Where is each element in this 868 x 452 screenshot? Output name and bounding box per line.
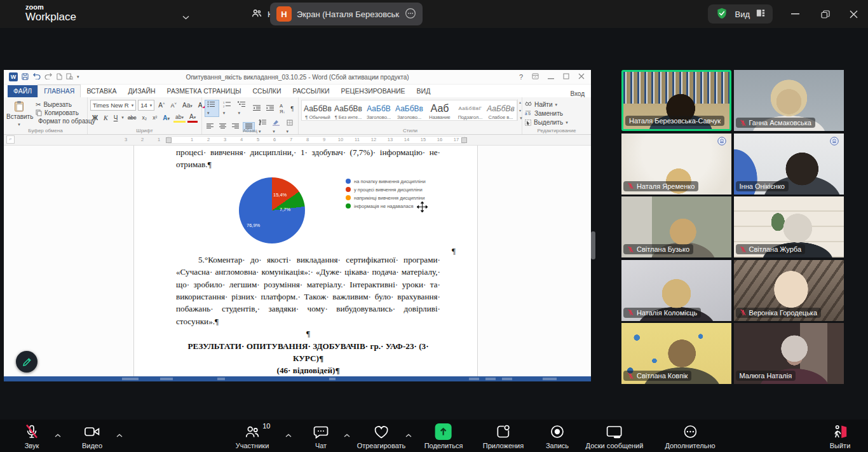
toolbar-record-button[interactable]: Запись (546, 423, 569, 449)
help-icon[interactable]: ? (519, 73, 523, 81)
toolbar-leave-button[interactable]: Выйти (830, 423, 851, 449)
participant-tile[interactable]: Малюга Наталія (734, 323, 844, 384)
participant-tile[interactable]: Світлана Ковпік (621, 323, 731, 384)
chevron-up-icon[interactable] (116, 428, 123, 440)
replace-button[interactable]: abЗаменить (525, 110, 588, 117)
chevron-down-icon[interactable] (182, 11, 189, 22)
style-item[interactable]: АаБбВЗаголово... (364, 102, 393, 120)
tab-selector-box[interactable]: ⌐ (6, 135, 15, 144)
undo-icon[interactable] (32, 73, 41, 81)
ribbon-options-icon[interactable] (532, 73, 539, 81)
participant-tile[interactable]: Світлана Бузько (621, 196, 731, 257)
numbering-button[interactable]: 12▾ (221, 100, 234, 116)
word-menu-tab-3[interactable]: ДИЗАЙН (122, 85, 161, 97)
strikethrough-button[interactable]: abc (126, 114, 139, 121)
show-marks-button[interactable]: ¶ (288, 104, 295, 113)
bold-button[interactable]: Ж (90, 114, 100, 122)
toolbar-react-button[interactable]: Отреагировать (357, 423, 406, 449)
font-size-select[interactable]: 14▾ (138, 100, 154, 111)
underline-button[interactable]: Ч (112, 114, 120, 122)
decrease-indent-button[interactable] (251, 104, 262, 113)
copy-button[interactable]: Копировать (36, 109, 85, 116)
word-title-bar: W ▾ Опитування_якість викладання_03.10.2… (4, 70, 591, 85)
increase-indent-button[interactable] (264, 104, 276, 113)
new-document-icon[interactable] (57, 73, 62, 81)
toolbar-chat-button[interactable]: Чат (313, 423, 329, 449)
annotate-button[interactable] (16, 351, 37, 373)
toolbar-share-button[interactable]: Поделиться (424, 423, 463, 449)
chevron-up-icon[interactable] (55, 428, 61, 440)
word-menu-tab-7[interactable]: РЕЦЕНЗИРОВАНИЕ (336, 85, 411, 97)
sort-button[interactable]: АЯ↓ (278, 102, 287, 115)
superscript-button[interactable]: x² (151, 114, 159, 121)
participant-tile[interactable]: Вероніка Городецька (734, 260, 844, 321)
minimize-button[interactable] (785, 5, 804, 23)
chevron-up-icon[interactable] (405, 428, 412, 440)
word-close-icon[interactable] (578, 73, 585, 81)
redo-icon[interactable] (44, 73, 53, 81)
view-button[interactable]: Вид (708, 4, 773, 24)
style-item[interactable]: АабНазвание (425, 102, 454, 120)
tab-screen-share[interactable]: Н Экран (Наталя Березовська-Сав (270, 3, 423, 25)
text-effects-button[interactable]: А▾ (161, 114, 172, 122)
word-menu-tab-0[interactable]: ФАЙЛ (8, 85, 37, 97)
toolbar-whiteboard-button[interactable]: Доски сообщений (586, 423, 644, 449)
style-item[interactable]: АаБбВв¶ Обычный (303, 102, 332, 120)
grow-font-button[interactable]: А˄ (156, 101, 166, 109)
toolbar-more-button[interactable]: Дополнительно (665, 423, 715, 449)
pie-chart-figure: 76,9% 15,4% 7,7% на початку вивчення дис… (176, 174, 440, 254)
font-color-button[interactable]: А▾ (187, 113, 198, 123)
italic-button[interactable]: К (102, 114, 110, 122)
style-item[interactable]: АаБбВвЗаголово... (395, 102, 424, 120)
word-restore-icon[interactable] (563, 73, 569, 81)
word-menu-tab-4[interactable]: РАЗМЕТКА СТРАНИЦЫ (161, 85, 247, 97)
paste-button[interactable]: Вставить▾ (6, 99, 32, 127)
participant-tile[interactable]: Наталія Коломієць (621, 260, 731, 321)
find-button[interactable]: Найти▾ (525, 101, 588, 108)
participant-tile[interactable]: Наталя Яременко (621, 134, 731, 195)
word-menu-tab-1[interactable]: ГЛАВНАЯ (37, 85, 81, 97)
participant-tile[interactable]: Світлана Журба (734, 196, 844, 257)
select-button[interactable]: Выделить▾ (525, 119, 588, 126)
style-item[interactable]: АаБбВв¶ Без инте... (334, 102, 363, 120)
chevron-up-icon[interactable] (285, 428, 292, 440)
word-menu-tab-6[interactable]: РАССЫЛКИ (287, 85, 336, 97)
multilevel-list-button[interactable]: ▾ (236, 100, 249, 116)
indent-marker-left[interactable] (166, 137, 172, 143)
restore-button[interactable] (816, 5, 835, 23)
layout-view-icon (756, 9, 765, 19)
tab-options-icon[interactable] (405, 8, 416, 21)
qat-dropdown-icon[interactable]: ▾ (77, 74, 79, 79)
toolbar-participants-button[interactable]: 10Участники (236, 423, 269, 449)
chat-icon (313, 423, 329, 440)
close-icon[interactable] (844, 5, 863, 23)
cut-button[interactable]: ✂Вырезать (36, 101, 85, 108)
word-minimize-icon[interactable] (548, 73, 554, 81)
document-area: процесі· вивчення· дисципліни,· 1· здобу… (4, 146, 591, 376)
word-menu-tab-2[interactable]: ВСТАВКА (81, 85, 122, 97)
print-preview-icon[interactable] (66, 73, 73, 81)
shrink-font-button[interactable]: А˅ (168, 101, 179, 109)
participant-tile[interactable]: Інна Онікієнко (734, 134, 844, 195)
font-name-select[interactable]: Times New R▾ (90, 100, 136, 111)
format-painter-button[interactable]: Формат по образцу (36, 118, 85, 125)
toolbar-label: Чат (315, 442, 327, 449)
word-menu-tab-8[interactable]: ВИД (411, 85, 437, 97)
toolbar-video-button[interactable]: Видео (82, 423, 102, 449)
toolbar-audio-button[interactable]: Звук (24, 423, 39, 449)
word-menu-tab-5[interactable]: ССЫЛКИ (247, 85, 287, 97)
change-case-button[interactable]: Аа▾ (180, 101, 194, 109)
save-icon[interactable] (22, 73, 29, 81)
bullets-button[interactable]: ▾ (205, 100, 219, 117)
chevron-up-icon[interactable] (344, 428, 350, 440)
indent-marker-right[interactable] (461, 137, 467, 143)
toolbar-apps-button[interactable]: Приложения (483, 423, 524, 449)
style-item[interactable]: АаБбВвГПодзагол... (456, 102, 485, 120)
participant-tile[interactable]: Ганна Асмаковська (734, 70, 844, 131)
scrollbar-thumb[interactable] (591, 231, 595, 259)
subscript-button[interactable]: x₂ (140, 114, 149, 121)
sign-in-label[interactable]: Вход (570, 90, 591, 97)
style-item[interactable]: АаБбВвСлабое в... (486, 102, 515, 120)
highlight-button[interactable]: ab▾ (173, 113, 186, 123)
participant-tile[interactable]: Наталя Березовська-Савчук (621, 70, 731, 131)
